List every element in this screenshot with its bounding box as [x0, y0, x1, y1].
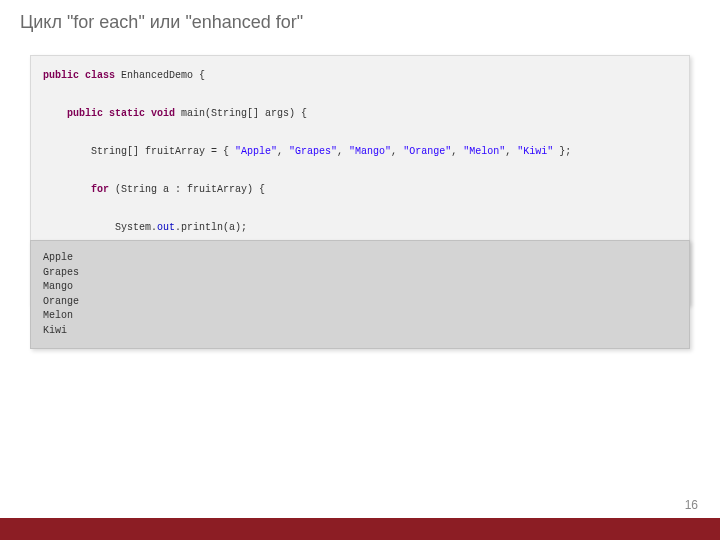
string-literal: "Mango": [349, 146, 391, 157]
keyword-static: static: [109, 108, 145, 119]
string-literal: "Melon": [463, 146, 505, 157]
keyword-class: class: [85, 70, 115, 81]
slide: Цикл "for each" или "enhanced for" publi…: [0, 0, 720, 540]
method-signature: main(String[] args) {: [175, 108, 307, 119]
decl-post: };: [553, 146, 571, 157]
keyword-public: public: [43, 70, 79, 81]
keyword-void: void: [151, 108, 175, 119]
page-number: 16: [685, 498, 698, 512]
keyword-for: for: [91, 184, 109, 195]
class-name: EnhancedDemo {: [115, 70, 205, 81]
decl-pre: String[] fruitArray = {: [43, 146, 235, 157]
string-literal: "Orange": [403, 146, 451, 157]
string-literal: "Grapes": [289, 146, 337, 157]
print-pre: System.: [43, 222, 157, 233]
slide-title: Цикл "for each" или "enhanced for": [20, 12, 303, 33]
string-literal: "Kiwi": [517, 146, 553, 157]
print-post: .println(a);: [175, 222, 247, 233]
field-out: out: [157, 222, 175, 233]
output-block: Apple Grapes Mango Orange Melon Kiwi: [30, 240, 690, 349]
keyword-public: public: [67, 108, 103, 119]
string-literal: "Apple": [235, 146, 277, 157]
footer-bar: [0, 518, 720, 540]
for-signature: (String a : fruitArray) {: [109, 184, 265, 195]
